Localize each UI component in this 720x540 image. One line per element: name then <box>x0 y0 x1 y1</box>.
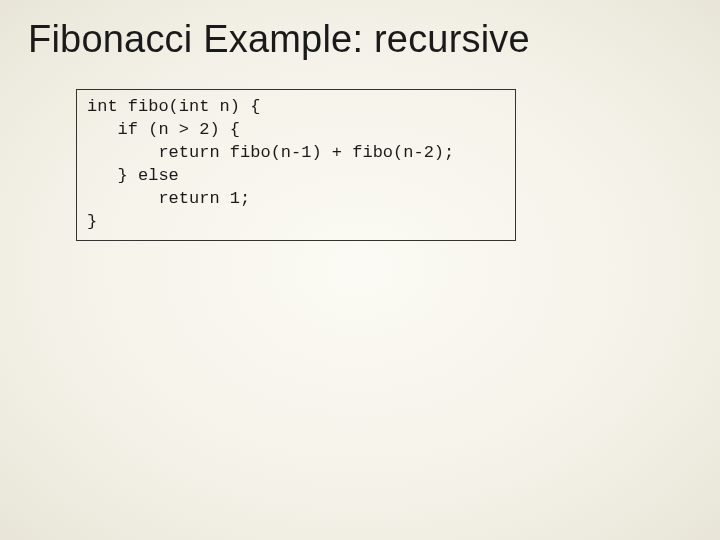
slide-container: Fibonacci Example: recursive int fibo(in… <box>0 0 720 540</box>
slide-title: Fibonacci Example: recursive <box>28 18 692 61</box>
code-block: int fibo(int n) { if (n > 2) { return fi… <box>76 89 516 241</box>
